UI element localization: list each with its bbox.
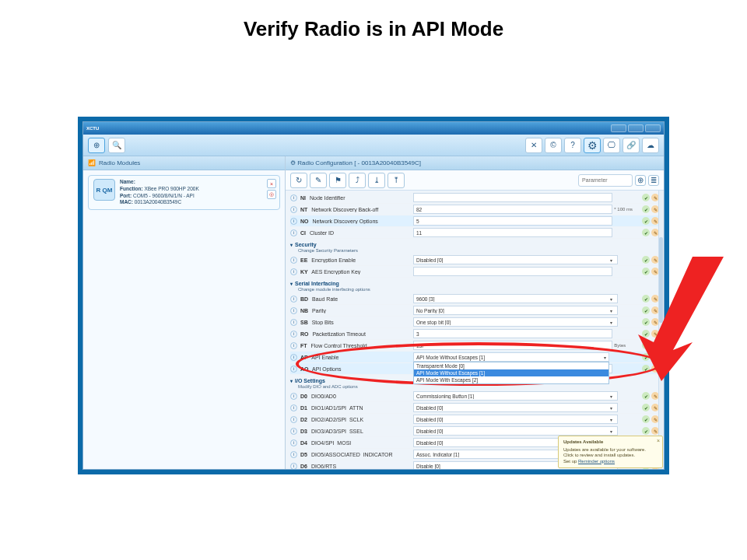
cloud-button[interactable]: ☁ [642,138,659,153]
refresh-param-button[interactable]: ✔ [642,427,650,435]
info-icon[interactable]: i [290,393,297,400]
info-icon[interactable]: i [290,296,297,303]
ap-enable-select[interactable]: API Mode Without Escapes [1]▾ [413,352,609,362]
settings-button[interactable]: ⚙ [584,138,601,153]
module-discover-button[interactable]: ◎ [267,190,276,199]
section-title[interactable]: Security [290,242,659,247]
ap-option[interactable]: API Mode Without Escapes [1] [414,369,608,376]
module-card[interactable]: R QM Name: Function: XBee PRO 900HP 200K… [88,175,280,210]
param-select[interactable] [413,255,618,264]
refresh-param-button[interactable]: ✔ [642,318,650,326]
info-icon[interactable]: i [290,268,297,275]
expand-button[interactable]: ⊕ [635,175,646,186]
param-select[interactable] [413,294,618,303]
window-close[interactable] [645,124,661,132]
scrollbar-thumb[interactable] [659,237,663,323]
collapse-button[interactable]: ≣ [648,175,659,186]
refresh-param-button[interactable]: ✔ [642,205,650,213]
refresh-param-button[interactable]: ✔ [642,392,650,400]
info-icon[interactable]: i [290,206,297,213]
chevron-down-icon: ▾ [610,308,612,313]
section-title[interactable]: Serial Interfacing [290,281,659,286]
param-input[interactable] [413,341,612,350]
param-field: ▾ [413,306,639,315]
network-button[interactable]: 🔗 [622,138,640,153]
refresh-param-button[interactable]: ✔ [642,415,650,423]
info-icon[interactable]: i [290,342,297,349]
refresh-param-button[interactable]: ✔ [642,229,650,236]
param-row-D0: iD0 DIO0/AD0▾✔✎ [290,390,659,402]
add-device-button[interactable]: ⊕ [88,138,105,153]
discover-devices-button[interactable]: 🔍 [108,138,125,153]
window-minimize[interactable] [611,124,626,132]
write-button[interactable]: ✎ [310,173,327,188]
window-maximize[interactable] [628,124,644,132]
param-row-FT: iFT Flow Control ThresholdBytes✔✎ [290,340,659,352]
refresh-param-button[interactable]: ✔ [642,256,650,264]
chevron-down-icon: ▾ [610,429,612,434]
module-remove-button[interactable]: × [267,179,276,188]
info-icon[interactable]: i [290,229,297,236]
default-button[interactable]: ⚑ [329,173,346,188]
info-icon[interactable]: i [290,366,297,373]
refresh-param-button[interactable]: ✔ [642,365,650,373]
ap-enable-dropdown: Transparent Mode [0]API Mode Without Esc… [413,362,609,384]
info-icon[interactable]: i [290,319,297,326]
param-label: EE Encryption Enable [300,257,413,263]
param-select[interactable] [413,426,618,436]
info-icon[interactable]: i [290,257,297,264]
info-icon[interactable]: i [290,463,297,470]
param-input[interactable] [413,193,612,202]
param-input[interactable] [413,267,612,276]
param-select[interactable] [413,415,618,424]
param-input[interactable] [413,329,612,338]
popup-link[interactable]: Reminder options [578,459,615,464]
param-input[interactable] [413,205,612,214]
refresh-param-button[interactable]: ✔ [642,330,650,338]
about-button[interactable]: © [545,138,562,153]
param-search-input[interactable] [578,174,633,187]
refresh-param-button[interactable]: ✔ [642,268,650,275]
profile-load-button[interactable]: ⤒ [388,173,405,188]
info-icon[interactable]: i [290,428,297,435]
tools-button[interactable]: ✕ [525,138,542,153]
info-icon[interactable]: i [290,307,297,314]
refresh-param-button[interactable]: ✔ [642,353,650,361]
scrollbar[interactable] [658,191,664,469]
param-select[interactable] [413,306,618,315]
param-select[interactable] [413,403,618,412]
info-icon[interactable]: i [290,354,297,361]
popup-close-button[interactable]: × [657,438,660,445]
param-input[interactable] [413,228,612,237]
param-select[interactable] [413,391,618,401]
update-fw-button[interactable]: ⤴ [349,173,366,188]
info-icon[interactable]: i [290,416,297,423]
read-button[interactable]: ↻ [290,173,307,188]
info-icon[interactable]: i [290,404,297,411]
refresh-param-button[interactable]: ✔ [642,295,650,303]
info-icon[interactable]: i [290,439,297,446]
param-label: NO Network Discovery Options [300,219,413,224]
param-select[interactable] [413,317,618,327]
profile-save-button[interactable]: ⤓ [368,173,385,188]
ap-option[interactable]: Transparent Mode [0] [414,362,608,369]
param-input[interactable] [413,216,612,226]
console-button[interactable]: 🖵 [603,138,620,153]
radio-modules-icon: 📶 [88,159,96,166]
info-icon[interactable]: i [290,331,297,338]
main-toolbar: ⊕ 🔍 ✕ © ? ⚙ 🖵 🔗 ☁ [83,135,664,156]
param-label: KY AES Encryption Key [300,269,413,275]
refresh-param-button[interactable]: ✔ [642,306,650,314]
refresh-param-button[interactable]: ✔ [642,341,650,349]
info-icon[interactable]: i [290,451,297,458]
help-button[interactable]: ? [564,138,581,153]
refresh-param-button[interactable]: ✔ [642,194,650,201]
refresh-param-button[interactable]: ✔ [642,404,650,411]
info-icon[interactable]: i [290,194,297,201]
radio-modules-panel: 📶 Radio Modules R QM Name: Function: XBe… [83,156,286,469]
refresh-param-button[interactable]: ✔ [642,217,650,225]
param-row-NO: iNO Network Discovery Options✔✎ [290,215,659,227]
info-icon[interactable]: i [290,218,297,225]
param-label: NT Network Discovery Back-off [300,207,413,212]
ap-option[interactable]: API Mode With Escapes [2] [414,376,608,383]
